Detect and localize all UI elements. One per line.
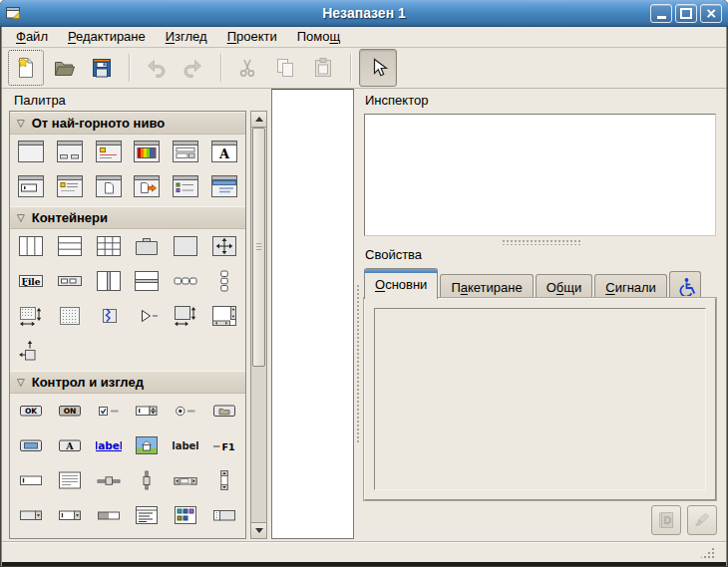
scroll-up-button[interactable]: [251, 112, 266, 128]
palette-item-hbox[interactable]: [14, 233, 48, 263]
palette-item-radiobutton[interactable]: [169, 398, 202, 427]
palette-section-containers[interactable]: ▽Контейнери: [10, 206, 245, 229]
arrow-up-icon: [253, 112, 265, 127]
palette-item-textview[interactable]: [53, 467, 87, 497]
palette-item-vpaned[interactable]: [130, 268, 164, 298]
palette-item-dialog[interactable]: [53, 139, 87, 168]
palette-item-entry[interactable]: [14, 467, 48, 497]
palette-item-about_dialog[interactable]: [53, 173, 87, 203]
open-button[interactable]: [46, 50, 82, 86]
palette-item-label_w[interactable]: label: [169, 432, 202, 462]
palette-item-vscrollbar[interactable]: [207, 467, 241, 497]
design-canvas[interactable]: [271, 89, 354, 539]
edit-custom-button[interactable]: [687, 505, 717, 535]
palette-item-corner_align[interactable]: [14, 338, 48, 368]
palette-item-table[interactable]: [92, 233, 126, 263]
palette-item-input_dialog[interactable]: [14, 173, 48, 203]
palette-item-assistant[interactable]: [207, 173, 241, 203]
palette-item-vbox[interactable]: [53, 233, 87, 263]
palette-item-entry[interactable]: [53, 537, 87, 540]
palette-item-spinbutton[interactable]: [130, 398, 164, 427]
palette-item-recent_dialog[interactable]: [169, 173, 202, 203]
scroll-down-button[interactable]: [251, 522, 266, 538]
tab-packing[interactable]: Пакетиране: [440, 274, 533, 299]
palette-item-vbuttonbox[interactable]: [207, 268, 241, 298]
palette-item-expander[interactable]: [130, 303, 164, 333]
viewport-icon: [173, 305, 198, 330]
palette-item-window[interactable]: [14, 139, 48, 168]
palette-item-hbuttonbox[interactable]: [169, 268, 202, 298]
devhelp-button[interactable]: D: [651, 505, 681, 535]
palette-item-print_dialog[interactable]: [130, 173, 164, 203]
tab-general[interactable]: Основни: [364, 268, 438, 299]
palette-item-progressbar[interactable]: [92, 502, 126, 532]
save-button[interactable]: [84, 50, 120, 86]
palette-item-viewport[interactable]: [169, 303, 202, 333]
palette-item-hscale[interactable]: [92, 537, 126, 540]
tab-common[interactable]: Общи: [536, 274, 593, 299]
selector-button[interactable]: [359, 49, 397, 87]
tab-signals[interactable]: Сигнали: [594, 274, 667, 299]
horizontal-pane-handle[interactable]: [502, 239, 581, 245]
inspector-tree[interactable]: [364, 114, 716, 236]
menu-edit[interactable]: Редактиране: [60, 28, 154, 46]
tab-accessibility[interactable]: [669, 271, 701, 299]
palette-item-iconview[interactable]: [169, 502, 202, 532]
paste-button[interactable]: [305, 50, 341, 86]
minimize-button[interactable]: [650, 4, 672, 23]
palette-item-combobox[interactable]: [14, 502, 48, 532]
palette-item-comboboxentry[interactable]: [53, 502, 87, 532]
palette-item-textview[interactable]: [14, 537, 48, 540]
svg-text:F1: F1: [221, 441, 234, 452]
palette-item-fixed[interactable]: [207, 233, 241, 263]
palette-item-checkbutton[interactable]: [92, 398, 126, 427]
maximize-button[interactable]: [675, 4, 697, 23]
resize-grip[interactable]: [699, 547, 714, 559]
palette-item-separator_box[interactable]: [207, 502, 241, 532]
palette-scrollbar[interactable]: [250, 111, 267, 539]
vertical-pane-handle[interactable]: [356, 284, 361, 443]
palette-item-menubar_w[interactable]: File: [14, 268, 48, 298]
menu-view[interactable]: Изглед: [158, 28, 215, 46]
menu-help[interactable]: Помощ: [289, 28, 348, 46]
cut-button[interactable]: [229, 50, 265, 86]
palette-item-hscrollbar[interactable]: [169, 467, 202, 497]
palette-section-toplevel[interactable]: ▽От най-горното ниво: [10, 112, 245, 135]
palette-item-alignment[interactable]: [169, 233, 202, 263]
palette-item-toolbar_w[interactable]: [53, 268, 87, 298]
copy-button[interactable]: [267, 50, 303, 86]
palette-item-colorbutton[interactable]: [14, 432, 48, 462]
palette-item-layout[interactable]: [53, 303, 87, 333]
menu-file[interactable]: Файл: [8, 28, 56, 46]
palette-item-frame[interactable]: [130, 233, 164, 263]
titlebar[interactable]: Незапазен 1 ×: [0, 0, 728, 27]
palette-item-hpaned[interactable]: [92, 268, 126, 298]
palette-item-layout_scroll[interactable]: [14, 303, 48, 333]
palette-item-handlebox[interactable]: [92, 303, 126, 333]
palette-item-font_dialog[interactable]: A: [207, 139, 241, 168]
palette-item-fontbutton[interactable]: A: [53, 432, 87, 462]
palette-item-scrolledwindow[interactable]: [207, 303, 241, 333]
undo-button[interactable]: [138, 50, 174, 86]
scrollbar-thumb[interactable]: [252, 128, 265, 367]
palette-item-image_w[interactable]: [130, 432, 164, 462]
menu-projects[interactable]: Проекти: [219, 28, 285, 46]
close-button[interactable]: ×: [700, 4, 722, 23]
palette-item-file_chooser_dialog[interactable]: [169, 139, 202, 168]
palette-item-message_dialog[interactable]: [92, 139, 126, 168]
palette-item-page_setup_dialog[interactable]: [92, 173, 126, 203]
palette-item-treeview[interactable]: [130, 502, 164, 532]
palette-item-togglebutton[interactable]: ON: [53, 398, 87, 427]
palette-item-linkbutton[interactable]: label: [92, 432, 126, 462]
palette-item-vscale[interactable]: [130, 467, 164, 497]
palette-item-button[interactable]: OK: [14, 398, 48, 427]
properties-actions: D: [651, 505, 717, 535]
palette-section-controls[interactable]: ▽Контрол и изглед: [10, 371, 245, 394]
entry-icon: [18, 469, 44, 494]
new-button[interactable]: [8, 50, 44, 86]
palette-item-accellabel[interactable]: F1: [207, 432, 241, 462]
palette-item-hscale[interactable]: [92, 467, 126, 497]
palette-item-filechooserbutton[interactable]: [207, 398, 241, 427]
redo-button[interactable]: [176, 50, 211, 86]
palette-item-color_dialog[interactable]: [130, 139, 164, 168]
